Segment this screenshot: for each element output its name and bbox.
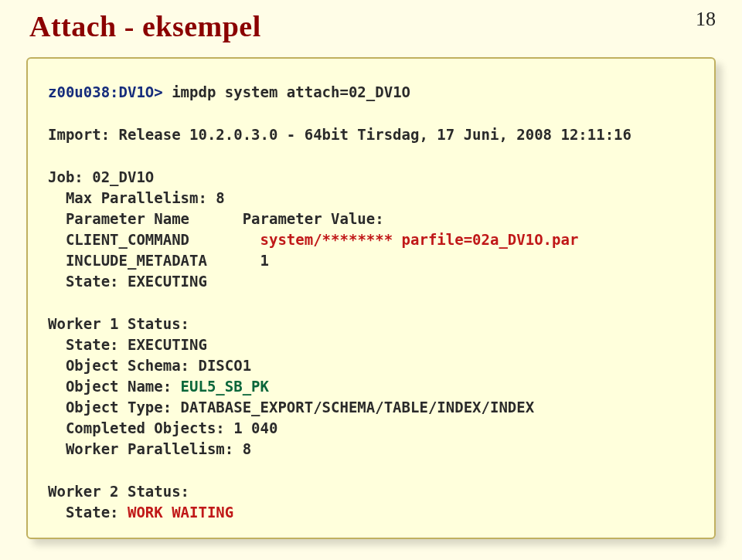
worker-1-block: Worker 1 Status: State: EXECUTING Object…: [48, 314, 694, 460]
job-param-header: Parameter Name Parameter Value:: [48, 209, 694, 229]
object-name-value: EUL5_SB_PK: [181, 378, 269, 395]
page-number: 18: [696, 8, 716, 31]
object-name-label: Object Name:: [48, 378, 181, 395]
worker-1-parallel: Worker Parallelism: 8: [48, 439, 694, 460]
job-label: Job: 02_DV1O: [48, 167, 694, 188]
job-param-row-1: CLIENT_COMMAND system/******** parfile=0…: [48, 229, 694, 250]
state-label: State:: [48, 504, 128, 521]
slide-title: Attach - eksempel: [29, 9, 261, 43]
worker-1-object-type: Object Type: DATABASE_EXPORT/SCHEMA/TABL…: [48, 397, 694, 418]
command-line: z00u038:DV1O> impdp system attach=02_DV1…: [48, 82, 694, 103]
worker-1-object-name: Object Name: EUL5_SB_PK: [48, 376, 694, 397]
param-value: system/******** parfile=02a_DV1O.par: [260, 231, 579, 248]
state-value: WORK WAITING: [128, 504, 233, 521]
worker-2-title: Worker 2 Status:: [48, 481, 694, 502]
release-line: Import: Release 10.2.0.3.0 - 64bit Tirsd…: [48, 124, 694, 145]
job-max-parallel: Max Parallelism: 8: [48, 188, 694, 209]
shell-prompt: z00u038:DV1O>: [48, 83, 172, 100]
worker-2-state: State: WORK WAITING: [48, 502, 694, 523]
job-block: Job: 02_DV1O Max Parallelism: 8 Paramete…: [48, 167, 694, 292]
worker-1-schema: Object Schema: DISCO1: [48, 355, 694, 376]
terminal-panel: z00u038:DV1O> impdp system attach=02_DV1…: [26, 57, 716, 539]
shell-command: impdp system attach=02_DV1O: [172, 83, 410, 100]
worker-2-block: Worker 2 Status: State: WORK WAITING: [48, 481, 694, 523]
worker-1-title: Worker 1 Status:: [48, 314, 694, 334]
title-bar: Attach - eksempel 18: [29, 9, 713, 43]
job-state: State: EXECUTING: [48, 271, 694, 292]
job-param-row-2: INCLUDE_METADATA 1: [48, 250, 694, 271]
worker-1-state: State: EXECUTING: [48, 334, 694, 355]
param-name: CLIENT_COMMAND: [48, 231, 260, 248]
worker-1-completed: Completed Objects: 1 040: [48, 418, 694, 439]
